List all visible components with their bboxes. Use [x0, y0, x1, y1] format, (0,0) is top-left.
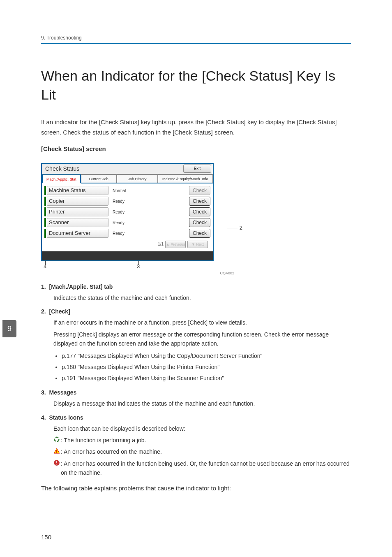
- status-label: Machine Status: [47, 186, 108, 195]
- status-row-machine: Machine Status Normal Check: [44, 186, 210, 196]
- status-label: Printer: [47, 207, 108, 216]
- status-label: Scanner: [47, 218, 108, 227]
- status-row-docserver: Document Server Ready Check: [44, 228, 210, 239]
- svg-rect-5: [56, 461, 57, 463]
- item-desc: Displays a message that indicates the st…: [53, 399, 351, 408]
- status-indicator-icon: [44, 207, 46, 216]
- check-button[interactable]: Check: [189, 197, 210, 206]
- svg-rect-3: [56, 452, 57, 453]
- error-icon: [53, 460, 60, 466]
- svg-rect-2: [56, 450, 57, 452]
- exit-button[interactable]: Exit: [183, 165, 211, 173]
- screen-header: Check Status Exit: [42, 164, 213, 174]
- item-desc: Indicates the status of the machine and …: [53, 293, 351, 302]
- status-label: Document Server: [47, 229, 108, 238]
- warning-icon: [53, 448, 60, 454]
- item-num: 2.: [41, 308, 46, 315]
- check-button[interactable]: Check: [189, 229, 210, 238]
- bullet-list: p.177 "Messages Displayed When Using the…: [62, 350, 351, 383]
- callout-2: 2: [240, 225, 242, 231]
- item-desc: If an error occurs in the machine or a f…: [53, 318, 351, 327]
- screen-body: Machine Status Normal Check Copier Ready…: [42, 183, 213, 251]
- screen-title: Check Status: [45, 165, 79, 172]
- main-title: When an Indicator for the [Check Status]…: [41, 67, 351, 104]
- item-desc: Pressing [Check] displays an error messa…: [53, 330, 351, 348]
- item-title: Status icons: [49, 414, 83, 421]
- bullet-item: p.177 "Messages Displayed When Using the…: [62, 350, 351, 362]
- pager: 1/1 ▲ Previous ▼ Next: [44, 239, 210, 250]
- icon-text: : An error has occurred on the machine.: [61, 447, 162, 456]
- chapter-tab: 9: [2, 320, 16, 337]
- status-indicator-icon: [44, 218, 46, 227]
- item-3: 3. Messages Displays a message that indi…: [41, 389, 351, 408]
- status-row-scanner: Scanner Ready Check: [44, 218, 210, 228]
- status-indicator-icon: [44, 186, 46, 195]
- check-button[interactable]: Check: [189, 218, 210, 227]
- pager-count: 1/1: [158, 242, 164, 246]
- item-title: [Mach./Applic. Stat] tab: [49, 283, 113, 290]
- item-num: 4.: [41, 414, 46, 421]
- image-code: CQA002: [41, 271, 234, 275]
- screen-subtitle: [Check Status] screen: [41, 145, 351, 152]
- next-button[interactable]: ▼ Next: [187, 241, 208, 248]
- item-title: [Check]: [49, 308, 70, 315]
- status-message: Ready: [108, 231, 189, 236]
- running-header: 9. Troubleshooting: [41, 35, 351, 44]
- page-number: 150: [41, 534, 51, 541]
- icon-text: : The function is performing a job.: [61, 436, 146, 445]
- item-title: Messages: [49, 389, 76, 396]
- status-message: Ready: [108, 210, 189, 214]
- icon-text: : An error has occurred in the function …: [61, 459, 351, 478]
- screenshot-figure: 1 2 3 4 Check Status Exit Mach./Applic. …: [41, 163, 234, 261]
- item-4: 4. Status icons Each icon that can be di…: [41, 414, 351, 478]
- bullet-item: p.180 "Messages Displayed When Using the…: [62, 362, 351, 373]
- closing-paragraph: The following table explains problems th…: [41, 483, 351, 494]
- item-desc: Each icon that can be displayed is descr…: [53, 424, 351, 433]
- prev-button[interactable]: ▲ Previous: [165, 241, 186, 248]
- item-2: 2. [Check] If an error occurs in the mac…: [41, 308, 351, 383]
- check-button[interactable]: Check: [189, 186, 210, 195]
- tab-maintenance[interactable]: Maintnc./Enquiry/Mach. Info: [158, 174, 213, 183]
- check-status-screenshot: Check Status Exit Mach./Applic. Stat Cur…: [41, 163, 214, 261]
- status-message: Ready: [108, 220, 189, 225]
- icon-row-err: : An error has occurred in the function …: [53, 459, 351, 478]
- icon-row-job: : The function is performing a job.: [53, 436, 351, 445]
- item-1: 1. [Mach./Applic. Stat] tab Indicates th…: [41, 283, 351, 302]
- item-num: 1.: [41, 283, 46, 290]
- tabs-row: Mach./Applic. Stat Current Job Job Histo…: [42, 174, 213, 183]
- job-icon: [53, 436, 60, 442]
- bullet-item: p.191 "Messages Displayed When Using the…: [62, 373, 351, 384]
- item-num: 3.: [41, 389, 46, 396]
- check-button[interactable]: Check: [189, 207, 210, 216]
- callout-line: [227, 228, 238, 228]
- status-indicator-icon: [44, 229, 46, 238]
- svg-rect-6: [56, 464, 57, 464]
- status-row-copier: Copier Ready Check: [44, 196, 210, 207]
- tab-job-history[interactable]: Job History: [117, 174, 158, 183]
- screen-footer: [42, 251, 213, 260]
- status-indicator-icon: [44, 197, 46, 206]
- status-label: Copier: [47, 197, 108, 206]
- tab-current-job[interactable]: Current Job: [81, 174, 117, 183]
- icon-row-warn: : An error has occurred on the machine.: [53, 447, 351, 456]
- svg-point-0: [55, 437, 59, 442]
- status-message: Ready: [108, 199, 189, 204]
- intro-paragraph: If an indicator for the [Check Status] k…: [41, 117, 351, 138]
- tab-mach-applic-stat[interactable]: Mach./Applic. Stat: [42, 174, 81, 183]
- status-message: Normal: [108, 188, 189, 193]
- status-row-printer: Printer Ready Check: [44, 207, 210, 217]
